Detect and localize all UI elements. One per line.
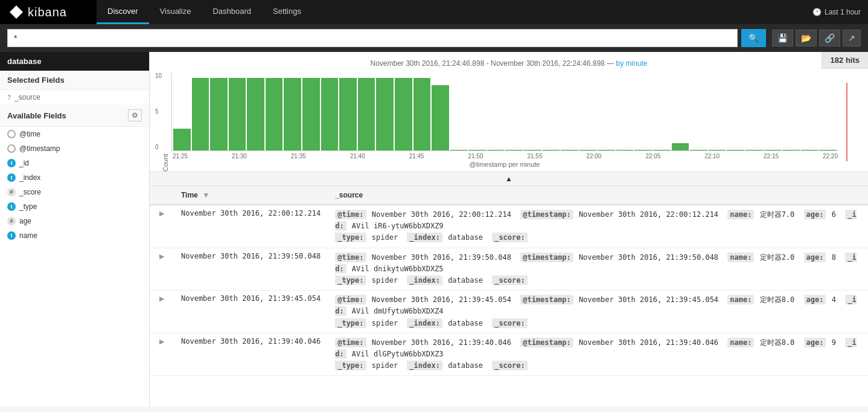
chart-bar[interactable] [468,150,486,150]
chart-bar[interactable] [524,150,541,150]
source-field-label: _source [14,93,40,101]
field-key-name: name: [727,210,754,219]
field-val-type: spider [368,233,403,242]
source-badge: ? [7,94,11,101]
chart-bar[interactable] [376,78,394,150]
new-tab-button[interactable]: ↗ [843,30,861,47]
chart-bar[interactable] [358,78,375,150]
chart-bar[interactable] [782,150,800,150]
expand-button[interactable]: ▶ [157,295,167,302]
chart-bar[interactable] [321,78,339,150]
chart-bar[interactable] [819,150,837,150]
field-score[interactable]: # _score [0,185,149,199]
expand-button[interactable]: ▶ [157,338,167,345]
chart-bar[interactable] [543,150,560,150]
gear-button[interactable]: ⚙ [128,109,142,121]
search-button[interactable]: 🔍 [741,29,766,47]
chart-bar[interactable] [284,78,301,150]
chart-bar[interactable] [192,78,209,150]
chart-bar[interactable] [690,150,707,150]
chart-bar[interactable] [247,78,264,150]
field-val-name: 定时器2.0 [755,253,799,262]
field-name: age [19,217,31,225]
chart-bar[interactable] [745,150,763,150]
top-nav: kibana Discover Visualize Dashboard Sett… [0,0,868,24]
chart-bar[interactable] [432,85,449,150]
by-minute-link[interactable]: by minute [616,59,647,68]
chart-bar[interactable] [616,150,634,150]
field-val-id: AVil dnikytuW6bbXDXZ5 [348,265,444,273]
expand-button[interactable]: ▶ [157,253,167,260]
collapse-chart-button[interactable]: ▲ [150,172,868,186]
search-input[interactable] [7,29,738,47]
expand-button[interactable]: ▶ [157,210,167,217]
table-row: ▶November 30th 2016, 22:00:12.214@time: … [150,205,868,248]
field-val-id: AVil iR6-ytuW6bbXDXZ9 [348,222,444,230]
time-col-header[interactable]: Time ▼ [174,186,328,205]
field-key-score: _score: [492,233,528,242]
results-table: Time ▼ _source ▶November 30th 2016, 22:0… [150,186,868,376]
chart-bar[interactable] [173,129,191,150]
chart-bar[interactable] [653,150,671,150]
field-age[interactable]: # age [0,214,149,228]
x-axis-label: 22:05 [645,153,660,159]
field-val-name: 定时器8.0 [755,295,799,304]
share-button[interactable]: 🔗 [819,30,840,47]
chart-container: Count 10 5 0 21:2521:3021:3521:4021:4521… [162,72,856,172]
kibana-logo-icon [10,5,23,19]
chart-bar[interactable] [561,150,578,150]
chart-bar[interactable] [229,78,246,150]
source-col-header[interactable]: _source [328,186,868,205]
expand-col-header [150,186,174,205]
nav-items: Discover Visualize Dashboard Settings [97,0,312,24]
field-key-attime: @time: [335,253,366,262]
hash-icon: # [7,188,16,196]
available-fields-title: Available Fields [7,111,66,120]
chart-bar[interactable] [801,150,819,150]
field-at-time[interactable]: @time [0,127,149,141]
chart-bar[interactable] [709,150,726,150]
field-key-attime: @time: [335,210,366,219]
nav-discover[interactable]: Discover [97,0,149,24]
field-type[interactable]: t _type [0,199,149,214]
field-key-score: _score: [492,318,528,328]
field-at-timestamp[interactable]: @timestamp [0,141,149,156]
field-name: _type [19,202,37,211]
field-name[interactable]: t name [0,228,149,243]
chart-bar[interactable] [487,150,505,150]
source-field[interactable]: ? _source [0,90,149,105]
logo-area: kibana [0,0,97,24]
save-search-button[interactable]: 💾 [772,30,793,47]
nav-dashboard[interactable]: Dashboard [202,0,262,24]
chart-bar[interactable] [727,150,744,150]
chart-bar[interactable] [302,78,320,150]
field-index[interactable]: t _index [0,170,149,185]
load-search-button[interactable]: 📂 [796,30,817,47]
chart-bar[interactable] [339,78,357,150]
chart-bar[interactable] [266,78,283,150]
chart-bar[interactable] [579,150,597,150]
chart-bar[interactable] [413,78,431,150]
content-area: 182 hits November 30th 2016, 21:24:46.89… [150,52,868,407]
field-val-type: spider [368,276,403,285]
t-icon: t [7,159,16,167]
field-val-index: database [444,233,487,242]
field-val-attime: November 30th 2016, 21:39:45.054 [368,295,516,304]
chart-bar[interactable] [598,150,615,150]
time-label[interactable]: Last 1 hour [825,8,861,16]
chart-bar[interactable] [505,150,523,150]
table-row: ▶November 30th 2016, 21:39:50.048@time: … [150,248,868,291]
chart-bar[interactable] [210,78,228,150]
t-icon: t [7,231,16,240]
field-val-type: spider [368,361,403,370]
field-key-ts: @timestamp: [520,338,573,347]
nav-visualize[interactable]: Visualize [149,0,202,24]
chart-bar[interactable] [764,150,782,150]
chart-bar[interactable] [450,150,468,150]
field-id[interactable]: t _id [0,156,149,170]
x-axis-label: 21:40 [350,153,365,159]
chart-bar[interactable] [634,150,652,150]
chart-bar[interactable] [672,143,689,150]
nav-settings[interactable]: Settings [262,0,312,24]
chart-bar[interactable] [395,78,412,150]
